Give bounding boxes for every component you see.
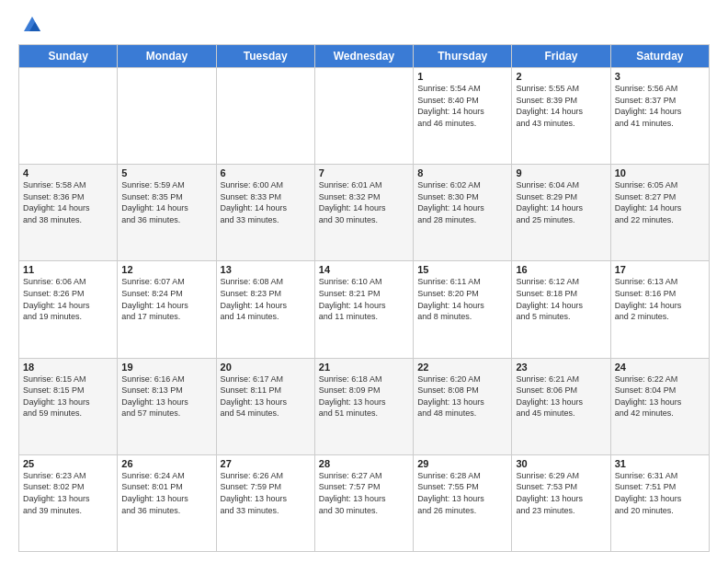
days-header-row: SundayMondayTuesdayWednesdayThursdayFrid…	[19, 45, 710, 68]
calendar-cell: 15Sunrise: 6:11 AM Sunset: 8:20 PM Dayli…	[414, 261, 512, 358]
day-info: Sunrise: 5:59 AM Sunset: 8:35 PM Dayligh…	[121, 179, 211, 225]
day-number: 6	[221, 167, 311, 178]
day-number: 8	[417, 167, 507, 178]
calendar-cell: 25Sunrise: 6:23 AM Sunset: 8:02 PM Dayli…	[19, 454, 118, 551]
day-info: Sunrise: 6:20 AM Sunset: 8:08 PM Dayligh…	[417, 373, 507, 419]
calendar-cell: 7Sunrise: 6:01 AM Sunset: 8:32 PM Daylig…	[314, 165, 413, 261]
day-number: 18	[23, 362, 113, 373]
day-number: 26	[121, 458, 211, 469]
day-info: Sunrise: 6:22 AM Sunset: 8:04 PM Dayligh…	[615, 373, 705, 419]
day-info: Sunrise: 6:17 AM Sunset: 8:11 PM Dayligh…	[221, 373, 311, 419]
day-number: 5	[121, 167, 211, 178]
day-header-monday: Monday	[118, 45, 216, 68]
day-info: Sunrise: 6:13 AM Sunset: 8:16 PM Dayligh…	[615, 276, 705, 322]
day-info: Sunrise: 6:08 AM Sunset: 8:23 PM Dayligh…	[221, 276, 311, 322]
calendar-cell: 26Sunrise: 6:24 AM Sunset: 8:01 PM Dayli…	[118, 454, 216, 551]
calendar-cell: 19Sunrise: 6:16 AM Sunset: 8:13 PM Dayli…	[118, 358, 216, 454]
calendar-cell: 23Sunrise: 6:21 AM Sunset: 8:06 PM Dayli…	[512, 358, 610, 454]
day-number: 25	[23, 458, 113, 469]
calendar-cell: 9Sunrise: 6:04 AM Sunset: 8:29 PM Daylig…	[512, 165, 610, 261]
calendar-cell: 21Sunrise: 6:18 AM Sunset: 8:09 PM Dayli…	[314, 358, 413, 454]
day-info: Sunrise: 6:28 AM Sunset: 7:55 PM Dayligh…	[417, 470, 507, 516]
day-info: Sunrise: 6:04 AM Sunset: 8:29 PM Dayligh…	[516, 179, 606, 225]
day-info: Sunrise: 6:11 AM Sunset: 8:20 PM Dayligh…	[417, 276, 507, 322]
day-number: 10	[615, 167, 705, 178]
day-number: 3	[615, 71, 705, 82]
calendar-cell: 5Sunrise: 5:59 AM Sunset: 8:35 PM Daylig…	[118, 165, 216, 261]
day-info: Sunrise: 5:58 AM Sunset: 8:36 PM Dayligh…	[23, 179, 113, 225]
calendar-table: SundayMondayTuesdayWednesdayThursdayFrid…	[18, 44, 710, 552]
day-info: Sunrise: 6:10 AM Sunset: 8:21 PM Dayligh…	[319, 276, 409, 322]
day-number: 23	[516, 362, 606, 373]
day-info: Sunrise: 5:56 AM Sunset: 8:37 PM Dayligh…	[615, 83, 705, 129]
day-number: 20	[221, 362, 311, 373]
calendar-cell: 22Sunrise: 6:20 AM Sunset: 8:08 PM Dayli…	[414, 358, 512, 454]
calendar-cell	[19, 68, 118, 165]
day-number: 15	[417, 264, 507, 275]
day-number: 24	[615, 362, 705, 373]
week-row-1: 1Sunrise: 5:54 AM Sunset: 8:40 PM Daylig…	[19, 68, 710, 165]
day-number: 16	[516, 264, 606, 275]
calendar-cell: 31Sunrise: 6:31 AM Sunset: 7:51 PM Dayli…	[610, 454, 709, 551]
day-header-sunday: Sunday	[19, 45, 118, 68]
header	[18, 15, 710, 35]
day-header-thursday: Thursday	[414, 45, 512, 68]
week-row-5: 25Sunrise: 6:23 AM Sunset: 8:02 PM Dayli…	[19, 454, 710, 551]
calendar-cell: 10Sunrise: 6:05 AM Sunset: 8:27 PM Dayli…	[610, 165, 709, 261]
calendar-cell: 24Sunrise: 6:22 AM Sunset: 8:04 PM Dayli…	[610, 358, 709, 454]
day-info: Sunrise: 6:27 AM Sunset: 7:57 PM Dayligh…	[319, 470, 409, 516]
day-number: 30	[516, 458, 606, 469]
calendar-cell: 1Sunrise: 5:54 AM Sunset: 8:40 PM Daylig…	[414, 68, 512, 165]
day-number: 27	[221, 458, 311, 469]
day-info: Sunrise: 6:23 AM Sunset: 8:02 PM Dayligh…	[23, 470, 113, 516]
day-info: Sunrise: 6:01 AM Sunset: 8:32 PM Dayligh…	[319, 179, 409, 225]
day-info: Sunrise: 5:55 AM Sunset: 8:39 PM Dayligh…	[516, 83, 606, 129]
page: SundayMondayTuesdayWednesdayThursdayFrid…	[0, 0, 728, 563]
day-info: Sunrise: 6:15 AM Sunset: 8:15 PM Dayligh…	[23, 373, 113, 419]
logo	[18, 15, 44, 35]
day-info: Sunrise: 6:00 AM Sunset: 8:33 PM Dayligh…	[221, 179, 311, 225]
week-row-3: 11Sunrise: 6:06 AM Sunset: 8:26 PM Dayli…	[19, 261, 710, 358]
calendar-cell: 16Sunrise: 6:12 AM Sunset: 8:18 PM Dayli…	[512, 261, 610, 358]
calendar-cell: 11Sunrise: 6:06 AM Sunset: 8:26 PM Dayli…	[19, 261, 118, 358]
day-info: Sunrise: 6:24 AM Sunset: 8:01 PM Dayligh…	[121, 470, 211, 516]
day-number: 31	[615, 458, 705, 469]
calendar-cell: 13Sunrise: 6:08 AM Sunset: 8:23 PM Dayli…	[216, 261, 314, 358]
day-number: 13	[221, 264, 311, 275]
calendar-cell: 28Sunrise: 6:27 AM Sunset: 7:57 PM Dayli…	[314, 454, 413, 551]
day-number: 17	[615, 264, 705, 275]
week-row-2: 4Sunrise: 5:58 AM Sunset: 8:36 PM Daylig…	[19, 165, 710, 261]
day-number: 1	[417, 71, 507, 82]
day-number: 2	[516, 71, 606, 82]
calendar-cell: 17Sunrise: 6:13 AM Sunset: 8:16 PM Dayli…	[610, 261, 709, 358]
day-number: 21	[319, 362, 409, 373]
calendar-cell: 12Sunrise: 6:07 AM Sunset: 8:24 PM Dayli…	[118, 261, 216, 358]
day-number: 28	[319, 458, 409, 469]
calendar-cell	[118, 68, 216, 165]
calendar-cell: 6Sunrise: 6:00 AM Sunset: 8:33 PM Daylig…	[216, 165, 314, 261]
day-info: Sunrise: 6:26 AM Sunset: 7:59 PM Dayligh…	[221, 470, 311, 516]
day-header-saturday: Saturday	[610, 45, 709, 68]
day-number: 11	[23, 264, 113, 275]
day-info: Sunrise: 6:02 AM Sunset: 8:30 PM Dayligh…	[417, 179, 507, 225]
day-number: 14	[319, 264, 409, 275]
calendar-cell: 14Sunrise: 6:10 AM Sunset: 8:21 PM Dayli…	[314, 261, 413, 358]
calendar-cell: 30Sunrise: 6:29 AM Sunset: 7:53 PM Dayli…	[512, 454, 610, 551]
day-header-tuesday: Tuesday	[216, 45, 314, 68]
calendar-cell: 27Sunrise: 6:26 AM Sunset: 7:59 PM Dayli…	[216, 454, 314, 551]
day-number: 7	[319, 167, 409, 178]
calendar-cell: 18Sunrise: 6:15 AM Sunset: 8:15 PM Dayli…	[19, 358, 118, 454]
logo-area	[18, 15, 44, 35]
week-row-4: 18Sunrise: 6:15 AM Sunset: 8:15 PM Dayli…	[19, 358, 710, 454]
calendar-cell: 3Sunrise: 5:56 AM Sunset: 8:37 PM Daylig…	[610, 68, 709, 165]
day-header-wednesday: Wednesday	[314, 45, 413, 68]
day-info: Sunrise: 6:05 AM Sunset: 8:27 PM Dayligh…	[615, 179, 705, 225]
calendar-cell: 2Sunrise: 5:55 AM Sunset: 8:39 PM Daylig…	[512, 68, 610, 165]
day-info: Sunrise: 6:29 AM Sunset: 7:53 PM Dayligh…	[516, 470, 606, 516]
calendar-cell	[216, 68, 314, 165]
day-info: Sunrise: 6:31 AM Sunset: 7:51 PM Dayligh…	[615, 470, 705, 516]
day-number: 29	[417, 458, 507, 469]
day-info: Sunrise: 6:06 AM Sunset: 8:26 PM Dayligh…	[23, 276, 113, 322]
logo-icon	[22, 15, 42, 35]
calendar-cell: 8Sunrise: 6:02 AM Sunset: 8:30 PM Daylig…	[414, 165, 512, 261]
